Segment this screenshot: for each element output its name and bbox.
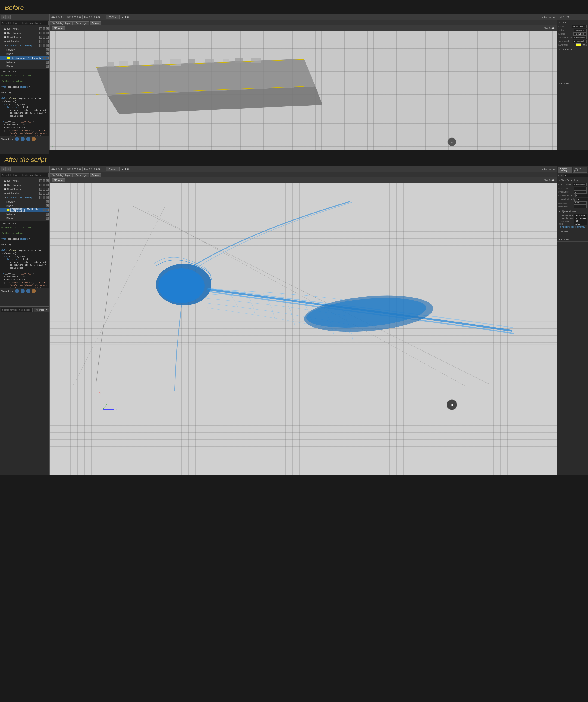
before-main-toolbar[interactable]: ◀ ▶ ✱ ⊕ ↺ ↕ -5.91 0.00 0.00 ⚙ ◈ ⊞ ⊕ ⊗ ◉ … [50,14,557,20]
after-cb-vis-gb[interactable] [39,196,42,199]
after-bottom-search-input[interactable] [1,308,32,312]
before-toolbar[interactable]: ⊕ + [0,14,50,20]
connstart-val[interactable]: CROSSING [574,217,587,220]
prop-color-swatch[interactable] [576,43,581,46]
connend-val[interactable]: CROSSING [574,214,587,217]
after-tree-attrmap[interactable]: 🗺 Attribute Map [0,191,50,196]
cb-vis-blk2[interactable] [46,65,48,68]
add-attr-link[interactable]: ⊕ Add new object attribute. [559,225,587,228]
after-tab-sigbuild[interactable]: SigBuilde_3Edge [50,173,73,177]
cb-vis-net2[interactable] [46,61,48,64]
cb-lock-nobs[interactable] [42,36,45,38]
after-cb-vis-nobs[interactable] [39,188,42,191]
after-cb-vis-sn[interactable] [42,209,45,211]
after-3d-view-header[interactable]: 3D View ⊞ ◈ ⊕ ◀▶ [50,178,557,183]
streetoffset-value[interactable]: 0 [574,190,587,194]
cb-vis-nobs[interactable] [39,36,42,38]
after-objattr-header[interactable]: ▼ Object Attributes [557,210,588,213]
prop-shownet-value[interactable]: ✓ Enabled [573,36,587,39]
generate-btn[interactable]: 3D View [106,15,120,19]
before-tree-gronbase[interactable]: ▼ Gron Base [200 objects] [0,43,50,47]
after-type-filter[interactable]: All types [33,308,49,312]
nav-btn-4[interactable] [32,137,36,141]
after-cb-show-terrain[interactable] [42,180,45,182]
after-cb-vis-net2[interactable] [46,213,48,216]
after-cb-vis-obs[interactable] [39,184,42,187]
after-not-signed-in[interactable]: Not signed in ▾ [542,168,556,170]
before-layerattr-header[interactable]: ▼ Layer Attributes [557,47,588,51]
after-toolbar-btn-1[interactable]: ⊕ [1,167,6,171]
cb-lock-am[interactable] [42,40,45,43]
cb-vis-am[interactable] [39,40,42,43]
after-vertices-header[interactable]: ▼ Vertices [557,229,588,233]
after-3d-view-tab[interactable]: 3D View [52,178,65,182]
after-tree-newobs[interactable]: 🔲 New Obstacle [0,187,50,191]
after-tab-scene[interactable]: Scene [90,173,101,177]
after-info-header[interactable]: ▼ Information [557,238,588,242]
after-nav-btn-4[interactable] [32,289,36,293]
sidewalkright-value[interactable]: 5 [577,198,588,201]
prop-visible-value[interactable]: Enabled [574,29,587,32]
before-layer-section-header[interactable]: ▼ Layer [557,20,588,24]
after-search-input[interactable] [1,173,48,177]
cb-vis-blk1[interactable] [46,52,48,55]
before-tree-network2[interactable]: Network [0,60,50,64]
nav-btn-1[interactable] [15,137,19,141]
before-tab-basen[interactable]: Basen.oge [73,21,89,25]
before-tree-attrmap[interactable]: 🗺 Attribute Map [0,39,50,43]
before-3d-view-tab[interactable]: 3D View [52,26,65,30]
shapes-tab[interactable]: Shapes (19827) [558,166,572,172]
cb-lock-obs[interactable] [42,32,45,34]
after-nav-btn-1[interactable] [15,289,19,293]
before-rpanel-toolbar[interactable]: L × | P... | M... [557,14,588,20]
after-tree-obstacle[interactable]: 🔲 Sigl Obstacle [0,183,50,187]
segments-tab[interactable]: Segments (4257) [573,166,587,172]
cb-show-obs[interactable] [46,32,48,34]
after-nav-btn-3[interactable] [26,289,30,293]
after-tree-network1[interactable]: Network [0,200,50,204]
cb-vis-obs[interactable] [39,32,42,34]
cb-vis-sn[interactable] [42,56,45,60]
before-tree-newobs[interactable]: 🔲 New Obstacle [0,35,50,39]
before-tree-blocks2[interactable]: Blocks [0,64,50,69]
after-cb-vis-am[interactable] [39,192,42,195]
after-tab-bar[interactable]: SigBuilde_3Edge Basen.oge Scene [50,172,557,178]
prop-name-value[interactable]: Streetnetwork [572,25,587,28]
after-cb-vis-blk1[interactable] [46,205,48,207]
prop-color-container[interactable]: #ffff22 [576,43,587,46]
after-generate-btn[interactable]: Generate [106,167,120,171]
after-segments-header[interactable]: Shapes (19827) Segments (4257) [557,166,588,173]
cb-show-gb[interactable] [46,44,48,47]
after-tree-terrain[interactable]: 🏔 Sigl Terrain [0,179,50,183]
after-cb-show-am[interactable] [42,192,45,195]
before-view-controls[interactable]: ⊞ ◈ ⊕ ◀▶ [544,27,555,29]
before-toolbar-btn-2[interactable]: + [6,15,11,19]
nav-btn-2[interactable] [21,137,25,141]
after-search-bar[interactable] [0,172,50,178]
after-cb-lock-am[interactable] [46,192,48,195]
cb-vis-net1[interactable] [46,48,48,51]
not-signed-in[interactable]: Not signed in ▾ [542,16,556,18]
before-search-bar[interactable] [0,20,50,26]
after-view-controls[interactable]: ⊞ ◈ ⊕ ◀▶ [544,179,555,181]
after-cb-lock-nobs[interactable] [46,188,48,191]
after-cb-vis-terrain[interactable] [39,180,42,182]
after-cb-show-sn[interactable] [46,209,48,211]
after-tab-basen[interactable]: Basen.oge [73,173,89,177]
after-cb-vis-net1[interactable] [46,200,48,203]
before-toolbar-btn-1[interactable]: ⊕ [1,15,6,19]
after-toolbar-btn-2[interactable]: + [6,167,11,171]
cb-vis-gb[interactable] [39,44,42,47]
after-cb-vis-blk2[interactable] [46,217,48,220]
after-cb-lock-gb[interactable] [46,196,48,199]
after-tree-network2[interactable]: Network [0,212,50,216]
before-code-editor[interactable]: Test_51.py × # Created on 13 Jun 2018 #a… [0,69,50,136]
precision-value[interactable]: 0.25 [574,202,587,205]
before-tree-streetnetwork[interactable]: ▼ Streetnetwork [17344 objects] [0,56,50,60]
after-street-params-header[interactable]: ▼ Street Parameters [557,178,588,182]
lanewidth-value[interactable]: 3.5 [574,205,587,208]
before-3d-view-header[interactable]: 3D View ⊞ ◈ ⊕ ◀▶ [50,25,557,31]
after-tree-streetnetwork[interactable]: ▼ Streetnetwork [27006 objects, 20634 se… [0,208,50,212]
cb-show-nobs[interactable] [46,36,48,38]
before-tab-sigbuild[interactable]: SigBuilde_3Edge [50,21,73,25]
